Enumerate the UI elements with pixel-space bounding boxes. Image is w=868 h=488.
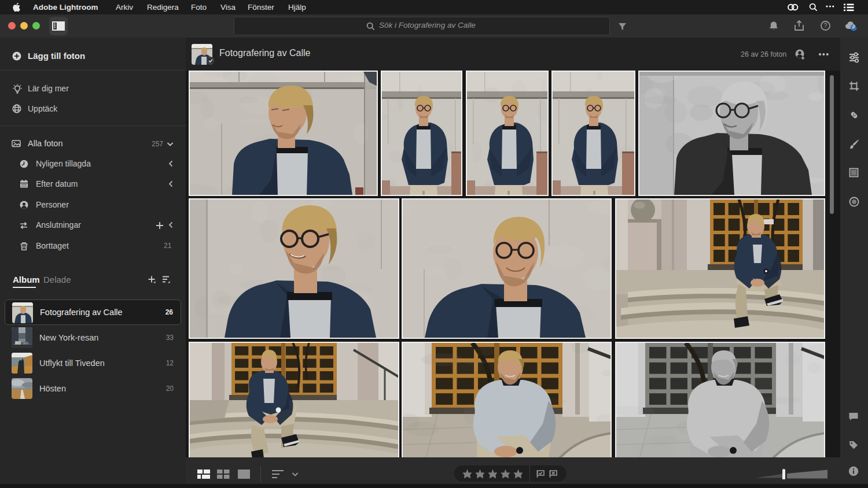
svg-text:?: ? (824, 22, 827, 29)
